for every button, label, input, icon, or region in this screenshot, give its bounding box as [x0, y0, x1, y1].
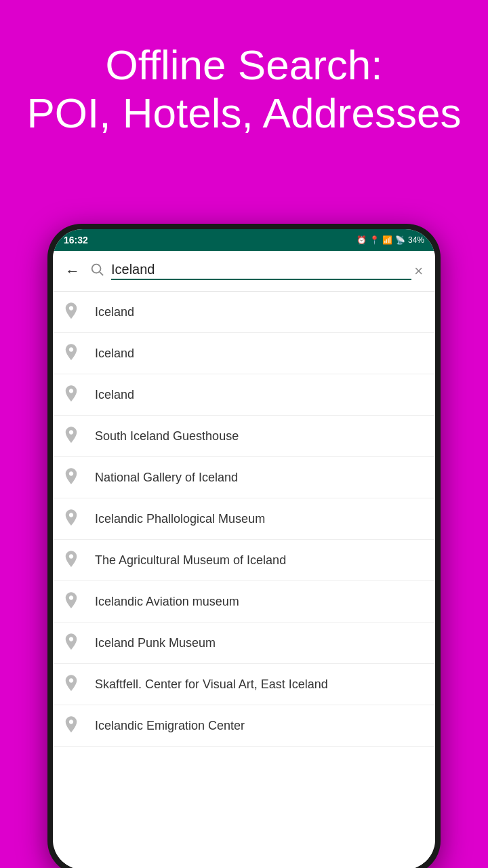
- pin-icon: [64, 675, 83, 694]
- search-input[interactable]: Iceland: [111, 262, 411, 280]
- back-button[interactable]: ←: [62, 260, 83, 283]
- result-label: South Iceland Guesthouse: [95, 429, 239, 443]
- result-label: Skaftfell. Center for Visual Art, East I…: [95, 677, 328, 692]
- pin-icon: [64, 427, 83, 446]
- clear-button[interactable]: ×: [411, 260, 426, 283]
- pin-icon: [64, 716, 83, 735]
- list-item[interactable]: The Agricultural Museum of Iceland: [53, 540, 435, 581]
- list-item[interactable]: South Iceland Guesthouse: [53, 416, 435, 457]
- status-time: 16:32: [64, 235, 88, 245]
- signal-icon: 📡: [395, 235, 405, 245]
- list-item[interactable]: National Gallery of Iceland: [53, 457, 435, 498]
- search-bar: ← Iceland ×: [53, 251, 435, 292]
- list-item[interactable]: Iceland: [53, 292, 435, 333]
- battery-text: 34%: [408, 235, 424, 245]
- phone-mockup: 16:32 ⏰ 📍 📶 📡 34% ← Iceland ×: [47, 224, 441, 868]
- list-item[interactable]: Icelandic Aviation museum: [53, 581, 435, 623]
- pin-icon: [64, 468, 83, 487]
- list-item[interactable]: Icelandic Emigration Center: [53, 705, 435, 747]
- search-icon: [89, 260, 104, 282]
- status-bar: 16:32 ⏰ 📍 📶 📡 34%: [53, 229, 435, 251]
- result-label: Icelandic Phallological Museum: [95, 512, 265, 526]
- pin-icon: [64, 385, 83, 404]
- pin-icon: [64, 344, 83, 363]
- search-results-list: Iceland Iceland Iceland South Iceland: [53, 292, 435, 868]
- promo-heading: Offline Search: POI, Hotels, Addresses: [0, 41, 488, 138]
- list-item[interactable]: Icelandic Phallological Museum: [53, 498, 435, 540]
- result-label: Iceland: [95, 347, 134, 361]
- pin-icon: [64, 633, 83, 652]
- result-label: Iceland: [95, 305, 134, 319]
- result-label: National Gallery of Iceland: [95, 471, 238, 485]
- list-item[interactable]: Iceland Punk Museum: [53, 623, 435, 664]
- list-item[interactable]: Skaftfell. Center for Visual Art, East I…: [53, 664, 435, 705]
- result-label: Icelandic Aviation museum: [95, 595, 239, 609]
- pin-icon: [64, 302, 83, 321]
- pin-icon: [64, 551, 83, 570]
- wifi-icon: 📶: [382, 235, 392, 245]
- result-label: Icelandic Emigration Center: [95, 719, 245, 733]
- result-label: Iceland: [95, 388, 134, 402]
- result-label: Iceland Punk Museum: [95, 636, 216, 650]
- location-icon: 📍: [369, 235, 380, 245]
- svg-point-0: [92, 264, 101, 273]
- pin-icon: [64, 509, 83, 528]
- svg-line-1: [100, 272, 103, 275]
- alarm-icon: ⏰: [357, 235, 367, 245]
- list-item[interactable]: Iceland: [53, 374, 435, 416]
- pin-icon: [64, 592, 83, 611]
- list-item[interactable]: Iceland: [53, 333, 435, 374]
- status-icons: ⏰ 📍 📶 📡 34%: [357, 235, 424, 245]
- result-label: The Agricultural Museum of Iceland: [95, 553, 286, 568]
